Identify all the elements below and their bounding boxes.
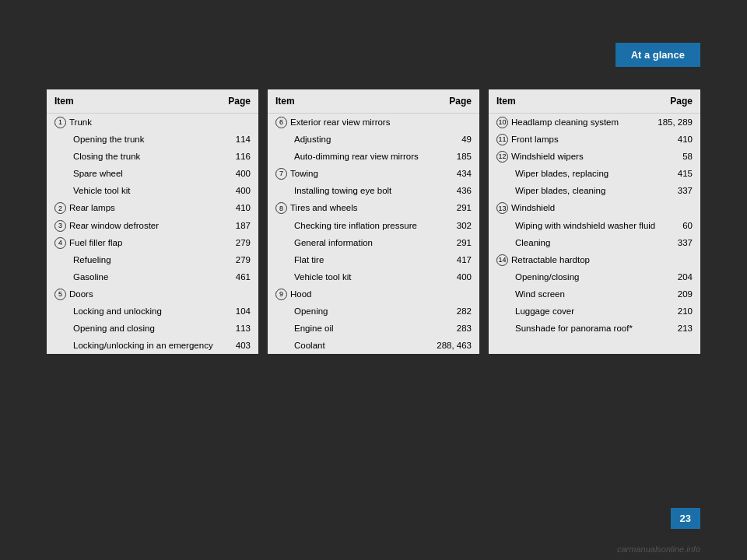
table-row: Wiper blades, replacing415: [489, 165, 700, 182]
table-row: Gasoline461: [47, 268, 258, 285]
table-header: ItemPage: [47, 89, 258, 114]
item-text: Wiper blades, cleaning: [515, 184, 669, 197]
item-text: Refueling: [73, 254, 227, 266]
table-row: General information291: [268, 234, 479, 251]
table-row: Engine oil283: [268, 320, 479, 337]
item-page: 58: [669, 150, 693, 163]
col-item-header: Item: [54, 96, 74, 107]
item-number: 10: [496, 117, 508, 128]
item-number: 14: [496, 254, 508, 266]
item-number: 2: [54, 202, 66, 214]
header-label: At a glance: [631, 49, 685, 61]
item-text: Locking and unlocking: [73, 305, 227, 317]
item-number: 11: [496, 134, 508, 145]
table-row: Installing towing eye bolt436: [268, 182, 479, 199]
col-page-header: Page: [449, 96, 472, 107]
table-row: 2Rear lamps410: [47, 199, 258, 216]
item-page: 400: [448, 271, 472, 283]
item-page: 104: [227, 305, 251, 317]
item-text: Doors: [69, 288, 227, 300]
item-text: Vehicle tool kit: [294, 271, 448, 283]
item-text: Wiper blades, replacing: [515, 167, 669, 180]
item-page: 434: [448, 167, 472, 180]
table-row: Wiping with windshield washer fluid60: [489, 217, 700, 234]
item-page: 185: [448, 150, 472, 163]
item-text: Opening the trunk: [73, 133, 227, 145]
item-text: Coolant: [294, 339, 437, 352]
item-number: 4: [54, 237, 66, 249]
item-text: Luggage cover: [515, 305, 669, 317]
table-row: Checking tire inflation pressure302: [268, 217, 479, 234]
table-row: Wind screen209: [489, 285, 700, 303]
table-row: 8Tires and wheels291: [268, 199, 479, 216]
item-text: Spare wheel: [73, 167, 227, 180]
item-page: 114: [227, 133, 251, 145]
item-text: Wind screen: [515, 288, 669, 300]
item-text: Opening/closing: [515, 271, 669, 283]
item-number: 13: [496, 202, 508, 214]
table-row: Adjusting49: [268, 131, 479, 148]
table-row: Flat tire417: [268, 251, 479, 268]
table-panel-1: ItemPage1TrunkOpening the trunk114Closin…: [47, 89, 258, 354]
item-number: 6: [275, 117, 287, 128]
item-page: 283: [448, 322, 472, 334]
item-text: Wiping with windshield washer fluid: [515, 219, 669, 232]
item-page: 204: [669, 271, 693, 283]
item-page: 187: [227, 219, 251, 232]
page-number: 23: [680, 513, 691, 524]
item-number: 8: [275, 202, 287, 214]
table-row: Opening/closing204: [489, 268, 700, 285]
item-page: 113: [227, 322, 251, 334]
item-text: Flat tire: [294, 254, 448, 266]
table-row: Cleaning337: [489, 234, 700, 251]
table-row: Vehicle tool kit400: [47, 182, 258, 199]
item-text: Windshield wipers: [511, 150, 669, 163]
item-text: Windshield: [511, 201, 669, 214]
item-page: 302: [448, 219, 472, 232]
item-text: Headlamp cleaning system: [511, 116, 658, 128]
table-row: 12Windshield wipers58: [489, 148, 700, 165]
item-text: Opening and closing: [73, 322, 227, 334]
item-text: Retractable hardtop: [511, 254, 669, 266]
item-page: 410: [227, 201, 251, 214]
table-row: Auto-dimming rear view mirrors185: [268, 148, 479, 165]
table-row: 7Towing434: [268, 165, 479, 182]
table-row: Opening the trunk114: [47, 131, 258, 148]
table-row: 1Trunk: [47, 114, 258, 131]
item-page: 288, 463: [437, 339, 472, 352]
item-page: 337: [669, 236, 693, 249]
item-page: 210: [669, 305, 693, 317]
item-number: 12: [496, 151, 508, 163]
item-page: 403: [227, 339, 251, 352]
item-number: 3: [54, 220, 66, 232]
col-item-header: Item: [275, 96, 295, 107]
item-page: 185, 289: [658, 116, 693, 128]
table-row: 3Rear window defroster187: [47, 217, 258, 234]
item-number: 1: [54, 117, 66, 128]
item-text: Gasoline: [73, 271, 227, 283]
item-text: Tires and wheels: [290, 201, 448, 214]
table-panel-2: ItemPage6Exterior rear view mirrorsAdjus…: [268, 89, 479, 354]
col-page-header: Page: [228, 96, 251, 107]
item-number: 5: [54, 289, 66, 300]
item-text: Checking tire inflation pressure: [294, 219, 448, 232]
item-page: 415: [669, 167, 693, 180]
item-text: Towing: [290, 167, 448, 180]
table-row: Spare wheel400: [47, 165, 258, 182]
item-text: Auto-dimming rear view mirrors: [294, 150, 448, 163]
table-row: 4Fuel filler flap279: [47, 234, 258, 251]
item-page: 60: [669, 219, 693, 232]
item-page: 279: [227, 254, 251, 266]
item-text: Opening: [294, 305, 448, 317]
item-page: 436: [448, 184, 472, 197]
item-page: 291: [448, 201, 472, 214]
item-text: Sunshade for panorama roof*: [515, 322, 669, 334]
table-row: Sunshade for panorama roof*213: [489, 320, 700, 337]
item-page: 461: [227, 271, 251, 283]
col-page-header: Page: [670, 96, 693, 107]
item-text: Locking/unlocking in an emergency: [73, 339, 227, 352]
item-text: Rear lamps: [69, 201, 227, 214]
item-text: Exterior rear view mirrors: [290, 116, 448, 128]
table-row: Vehicle tool kit400: [268, 268, 479, 285]
item-text: Hood: [290, 288, 448, 300]
